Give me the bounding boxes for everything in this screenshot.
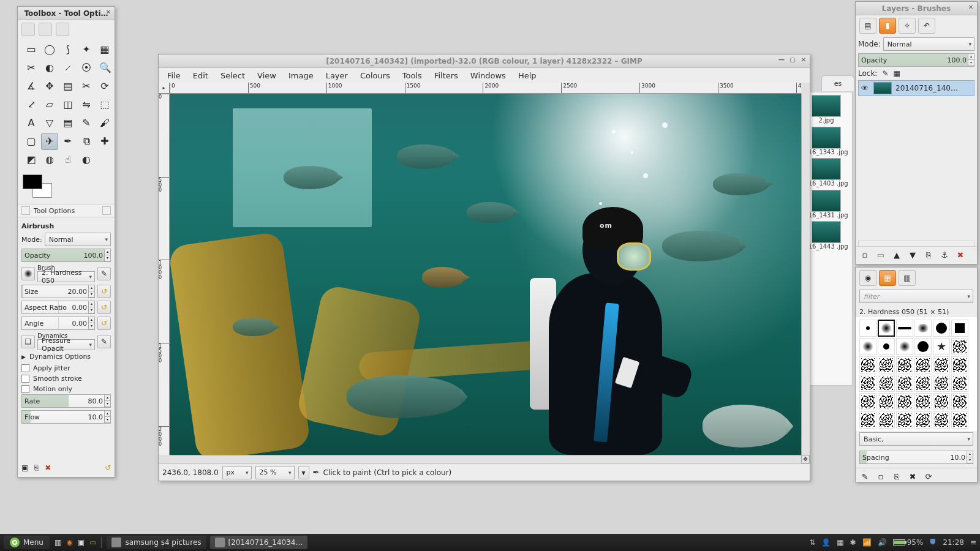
apply-jitter-checkbox[interactable]: Apply jitter [21, 363, 111, 373]
brush-item[interactable] [896, 411, 913, 429]
tool-dodge[interactable]: ◐ [78, 151, 95, 168]
delete-preset-button[interactable]: ✖ [45, 463, 51, 472]
tool-free-select[interactable]: ⟆ [59, 41, 77, 58]
brush-preset-select[interactable]: Basic, [859, 432, 973, 446]
lock-pixels-icon[interactable]: ✎ [882, 69, 888, 78]
tray-icon[interactable]: ⇅ [809, 538, 815, 547]
brush-item[interactable] [896, 375, 913, 392]
ruler-horizontal[interactable]: 05001000150020002500300035004000 [170, 83, 801, 94]
dynamics-select[interactable]: Pressure Opacit [37, 339, 95, 350]
tool-color-select[interactable]: ▦ [96, 41, 113, 58]
brush-item[interactable] [859, 411, 876, 429]
layers-tab-icon[interactable]: ▤ [859, 18, 876, 34]
menu-select[interactable]: Select [214, 69, 251, 82]
brush-item[interactable] [896, 356, 913, 373]
menu-colours[interactable]: Colours [354, 69, 396, 82]
new-brush-button[interactable]: ▫ [875, 471, 886, 482]
duplicate-brush-button[interactable]: ⎘ [891, 471, 902, 482]
smooth-stroke-checkbox[interactable]: Smooth stroke [21, 373, 111, 384]
reset-tool-button[interactable]: ↺ [105, 463, 111, 472]
dock-menu-icon[interactable] [21, 206, 30, 215]
brush-item[interactable] [914, 320, 932, 337]
edit-brush-button[interactable]: ✎ [859, 471, 870, 482]
angle-reset-button[interactable]: ↺ [97, 317, 111, 330]
image-window-titlebar[interactable]: [20140716_140342] (imported)-32.0 (RGB c… [159, 54, 810, 68]
tool-paths[interactable]: ⟋ [59, 59, 77, 77]
canvas[interactable] [170, 94, 801, 455]
brush-item[interactable] [878, 320, 895, 337]
tool-ink[interactable]: ✒ [59, 133, 77, 150]
tool-clone[interactable]: ⧉ [78, 133, 95, 150]
scrollbar-vertical[interactable] [801, 94, 810, 455]
delete-brush-button[interactable]: ✖ [907, 471, 918, 482]
tool-flip[interactable]: ⇋ [78, 96, 95, 113]
raise-layer-button[interactable]: ▲ [891, 249, 902, 260]
tool-pencil[interactable]: ✎ [78, 114, 95, 132]
brush-item[interactable] [951, 356, 968, 373]
tool-cage[interactable]: ⬚ [96, 96, 113, 113]
brush-preview[interactable] [21, 267, 35, 280]
new-layer-button[interactable]: ▫ [859, 249, 870, 260]
close-icon[interactable]: ✕ [967, 4, 974, 11]
tool-heal[interactable]: ✚ [96, 133, 113, 150]
layer-mode-select[interactable]: Normal [883, 37, 974, 51]
aspect-slider[interactable]: Aspect Ratio 0.00 ▴▾ [21, 301, 95, 314]
gradients-tab-icon[interactable]: ▥ [899, 270, 916, 286]
spacing-slider[interactable]: Spacing 10.0 ▴▾ [859, 451, 973, 464]
menu-tools[interactable]: Tools [396, 69, 428, 82]
menu-view[interactable]: View [251, 69, 282, 82]
brush-item[interactable] [878, 338, 895, 355]
updates-icon[interactable]: ▦ [837, 538, 843, 547]
brush-item[interactable] [933, 393, 950, 410]
tool-move[interactable]: ✥ [41, 78, 58, 95]
brush-filter-input[interactable]: filter [859, 290, 973, 303]
zoom-menu-button[interactable]: ▾ [298, 466, 309, 479]
detach-icon[interactable] [102, 206, 111, 215]
paths-tab-icon[interactable]: ✧ [899, 18, 916, 34]
taskbar-task[interactable]: [20140716_14034… [210, 536, 308, 549]
brush-item[interactable]: ★ [933, 338, 950, 355]
brush-item[interactable] [896, 393, 913, 410]
patterns-tab-icon[interactable]: ▦ [879, 270, 896, 286]
opacity-slider[interactable]: Opacity 100.0 ▴▾ [21, 249, 111, 262]
menu-file[interactable]: File [161, 69, 187, 82]
toolbox-tab-3[interactable] [56, 23, 69, 36]
tool-ellipse-select[interactable]: ◯ [41, 41, 58, 58]
size-slider[interactable]: Size 20.00 ▴▾ [21, 285, 95, 298]
tool-bucket[interactable]: ▽ [41, 114, 58, 132]
brush-item[interactable] [951, 411, 968, 429]
size-reset-button[interactable]: ↺ [97, 285, 111, 298]
layer-opacity-slider[interactable]: Opacity 100.0 ▴▾ [858, 53, 974, 67]
battery-indicator[interactable]: 95% [893, 538, 924, 547]
brush-item[interactable] [896, 320, 913, 337]
tool-measure[interactable]: ∡ [23, 78, 40, 95]
minimize-icon[interactable]: — [778, 56, 785, 64]
ruler-origin[interactable]: ▸ [159, 83, 170, 94]
scrollbar-horizontal[interactable] [170, 455, 801, 463]
brush-item[interactable] [933, 375, 950, 392]
tool-scissors[interactable]: ✂ [23, 59, 40, 77]
save-preset-button[interactable]: ▣ [21, 463, 28, 472]
brush-item[interactable] [859, 338, 876, 355]
brush-edit-button[interactable]: ✎ [97, 267, 111, 280]
brush-item[interactable] [914, 375, 932, 392]
refresh-brushes-button[interactable]: ⟳ [923, 471, 934, 482]
tool-perspective[interactable]: ◫ [59, 96, 77, 113]
tool-shear[interactable]: ▱ [41, 96, 58, 113]
brush-item[interactable] [933, 320, 950, 337]
lower-layer-button[interactable]: ▼ [907, 249, 918, 260]
tool-scale[interactable]: ⤢ [23, 96, 40, 113]
brush-item[interactable] [878, 411, 895, 429]
tool-fuzzy-select[interactable]: ✦ [78, 41, 95, 58]
network-icon[interactable]: 📶 [862, 538, 872, 547]
brush-item[interactable] [933, 356, 950, 373]
navigation-button[interactable]: ✥ [801, 455, 810, 463]
brush-item[interactable] [878, 393, 895, 410]
tool-blur[interactable]: ◍ [41, 151, 58, 168]
brush-item[interactable] [951, 338, 968, 355]
anchor-layer-button[interactable]: ⚓ [939, 249, 950, 260]
brush-item[interactable] [914, 338, 932, 355]
layer-row[interactable]: 👁 20140716_140… [858, 80, 974, 96]
duplicate-layer-button[interactable]: ⎘ [923, 249, 934, 260]
menu-layer[interactable]: Layer [320, 69, 354, 82]
